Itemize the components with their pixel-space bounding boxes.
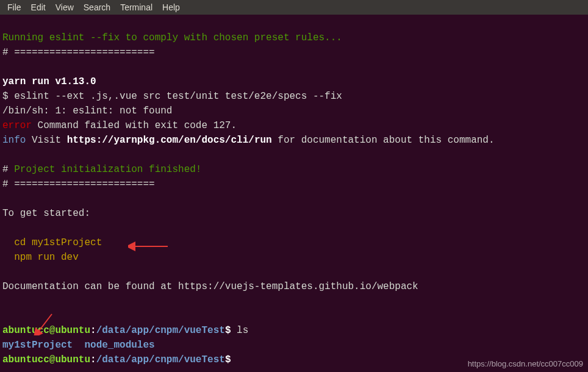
info-text1: Visit (26, 135, 66, 146)
equals-line2: ======================== (14, 179, 154, 190)
hash-line2: # (2, 164, 14, 175)
info-url: https://yarnpkg.com/en/docs/cli/run (67, 135, 272, 146)
ls-output-dir1: my1stProject (2, 340, 73, 351)
ls-output-dir2: node_modules (84, 340, 154, 351)
error-label: error (2, 120, 32, 131)
npm-cmd-line: npm run dev (2, 252, 79, 263)
menu-search[interactable]: Search (79, 1, 115, 13)
ls-cmd: ls (237, 325, 248, 336)
hash-line: # (2, 47, 14, 58)
hash-line3: # (2, 179, 14, 190)
docs-line: Documentation can be found at https://vu… (2, 281, 418, 292)
info-text2: for documentation about this command. (272, 135, 495, 146)
prompt-path: /data/app/cnpm/vueTest (96, 325, 225, 336)
prompt-colon: : (90, 325, 96, 336)
project-init-line: Project initialization finished! (14, 164, 201, 175)
prompt-user: abuntucc@ubuntu (2, 325, 90, 336)
menu-terminal[interactable]: Terminal (115, 1, 157, 13)
menubar: File Edit View Search Terminal Help (0, 0, 588, 15)
info-label: info (2, 135, 26, 146)
eslint-prefix: $ (2, 91, 14, 102)
binsh-line: /bin/sh: 1: eslint: not found (2, 106, 172, 116)
watermark-text: https://blog.csdn.net/cc007cc009 (468, 359, 583, 368)
cd-cmd-line: cd my1stProject (2, 237, 102, 248)
ls-gap (73, 340, 84, 351)
yarn-run-line: yarn run v1.13.0 (2, 76, 96, 87)
equals-line: ======================== (14, 47, 154, 58)
terminal-output[interactable]: Running eslint --fix to comply with chos… (0, 15, 588, 368)
eslint-running-line: Running eslint --fix to comply with chos… (2, 32, 342, 43)
menu-help[interactable]: Help (157, 1, 185, 13)
menu-file[interactable]: File (2, 1, 26, 13)
menu-edit[interactable]: Edit (26, 1, 51, 13)
prompt-user2: abuntucc@ubuntu (2, 354, 90, 365)
menu-view[interactable]: View (51, 1, 79, 13)
prompt-colon2: : (90, 354, 96, 365)
prompt-dollar: $ (225, 325, 237, 336)
prompt-path2: /data/app/cnpm/vueTest (96, 354, 225, 365)
get-started-line: To get started: (2, 208, 90, 219)
eslint-cmd-line: eslint --ext .js,.vue src test/unit test… (14, 91, 342, 102)
error-text: Command failed with exit code 127. (32, 120, 237, 131)
prompt-dollar2: $ (225, 354, 231, 365)
